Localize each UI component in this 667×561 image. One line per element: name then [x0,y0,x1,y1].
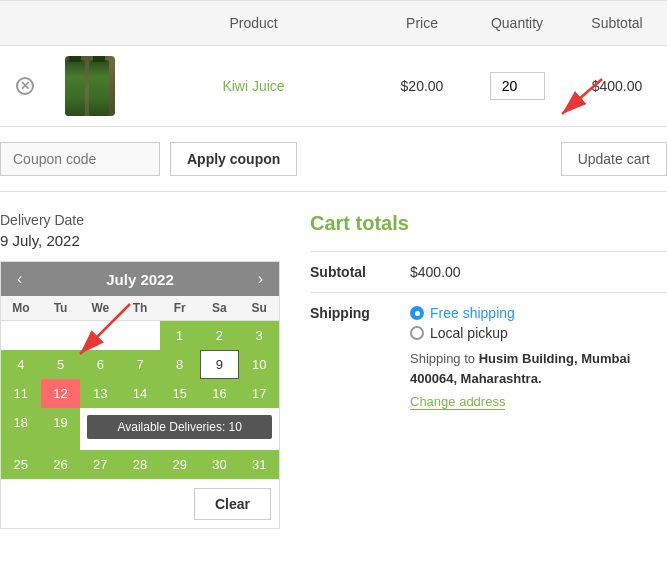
cal-day-1[interactable]: 1 [160,321,200,350]
header-quantity: Quantity [467,15,567,31]
header-subtotal: Subtotal [567,15,667,31]
cart-totals-section: Cart totals Subtotal $400.00 Shipping Fr… [300,212,667,529]
coupon-left: Apply coupon [0,142,297,176]
calendar-section: Delivery Date 9 July, 2022 ‹ July 2022 ›… [0,212,280,529]
cal-day-2[interactable]: 2 [200,321,240,350]
product-image [50,56,130,116]
product-thumbnail [65,56,115,116]
day-su: Su [239,296,279,320]
day-fr: Fr [160,296,200,320]
shipping-address: Shipping to Husim Building, Mumbai 40006… [410,349,667,388]
day-mo: Mo [1,296,41,320]
quantity-cell [467,72,567,100]
update-cart-button[interactable]: Update cart [561,142,667,176]
cart-totals-title: Cart totals [310,212,667,235]
subtotal-label: Subtotal [310,252,410,293]
cal-day-13[interactable]: 13 [80,379,120,408]
cal-empty-1 [1,321,41,350]
prev-month-button[interactable]: ‹ [13,270,26,288]
shipping-label: Shipping [310,293,410,423]
apply-coupon-button[interactable]: Apply coupon [170,142,297,176]
local-pickup-option[interactable]: Local pickup [410,325,667,341]
cal-day-9[interactable]: 9 [200,350,240,379]
svg-line-3 [80,304,130,354]
cal-week5-grid: 25 26 27 28 29 30 31 [1,450,279,479]
product-link[interactable]: Kiwi Juice [222,78,284,94]
subtotal-cell: $400.00 [567,78,667,94]
delivery-label: Delivery Date [0,212,280,228]
coupon-input[interactable] [0,142,160,176]
free-shipping-option[interactable]: Free shipping [410,305,667,321]
calendar-arrow [60,299,140,369]
cal-day-25[interactable]: 25 [1,450,41,479]
cal-day-10[interactable]: 10 [239,350,279,379]
cal-day-16[interactable]: 16 [200,379,240,408]
header-product: Product [130,15,377,31]
cart-header: Product Price Quantity Subtotal [0,0,667,46]
shipping-row: Shipping Free shipping Local pickup Ship… [310,293,667,423]
cal-week4-grid: 18 19 Available Deliveries: 10 [1,408,279,450]
quantity-input[interactable] [490,72,545,100]
cal-day-14[interactable]: 14 [120,379,160,408]
subtotal-row: Subtotal $400.00 [310,252,667,293]
free-shipping-radio[interactable] [410,306,424,320]
clear-button-row: Clear [1,479,279,528]
calendar-days-header: Mo Tu We Th Fr Sa Su [1,296,279,321]
cal-day-18[interactable]: 18 [1,408,41,450]
cart-row: ✕ Kiwi Juice $20.00 $400.00 [0,46,667,127]
change-address-link[interactable]: Change address [410,394,505,410]
local-pickup-label: Local pickup [430,325,508,341]
cal-day-8[interactable]: 8 [160,350,200,379]
product-name-cell: Kiwi Juice [130,78,377,94]
price-cell: $20.00 [377,78,467,94]
totals-table: Subtotal $400.00 Shipping Free shipping … [310,251,667,422]
calendar-grid: 1 2 3 4 5 6 7 8 9 10 11 12 13 14 15 16 1… [1,321,279,408]
cal-day-12[interactable]: 12 [41,379,81,408]
cal-day-26[interactable]: 26 [41,450,81,479]
cal-day-28[interactable]: 28 [120,450,160,479]
selected-date: 9 July, 2022 [0,232,280,249]
cal-day-30[interactable]: 30 [200,450,240,479]
calendar-container: ‹ July 2022 › Mo Tu We Th Fr Sa Su 1 [0,261,280,529]
cal-day-31[interactable]: 31 [239,450,279,479]
cal-day-29[interactable]: 29 [160,450,200,479]
header-price: Price [377,15,467,31]
cal-day-15[interactable]: 15 [160,379,200,408]
local-pickup-radio[interactable] [410,326,424,340]
cal-day-11[interactable]: 11 [1,379,41,408]
clear-button[interactable]: Clear [194,488,271,520]
tooltip-cell: Available Deliveries: 10 [80,408,279,450]
remove-item-button[interactable]: ✕ [0,77,50,95]
cal-day-4[interactable]: 4 [1,350,41,379]
coupon-row: Apply coupon Update cart [0,127,667,192]
available-deliveries-tooltip: Available Deliveries: 10 [87,415,272,439]
main-content: Delivery Date 9 July, 2022 ‹ July 2022 ›… [0,192,667,529]
remove-icon: ✕ [16,77,34,95]
next-month-button[interactable]: › [254,270,267,288]
calendar-month-title: July 2022 [106,271,174,288]
free-shipping-label: Free shipping [430,305,515,321]
day-sa: Sa [200,296,240,320]
cal-day-27[interactable]: 27 [80,450,120,479]
subtotal-value: $400.00 [410,252,667,293]
cal-day-17[interactable]: 17 [239,379,279,408]
cal-day-3[interactable]: 3 [239,321,279,350]
shipping-options: Free shipping Local pickup Shipping to H… [410,293,667,423]
calendar-header: ‹ July 2022 › [1,262,279,296]
cal-day-19[interactable]: 19 [41,408,81,450]
